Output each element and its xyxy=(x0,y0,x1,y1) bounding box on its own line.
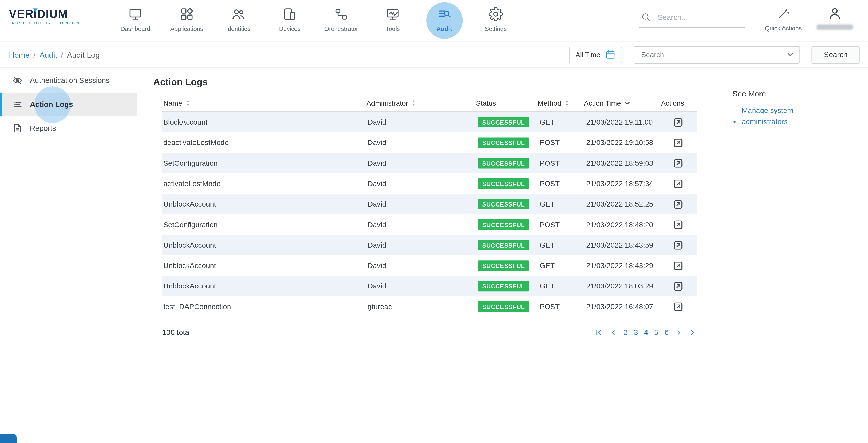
global-search xyxy=(639,12,745,28)
cell-actions xyxy=(663,239,698,251)
search-button[interactable]: Search xyxy=(812,46,860,64)
search-filter-dropdown[interactable]: Search xyxy=(634,46,800,64)
quick-actions-button[interactable]: Quick Actions xyxy=(760,0,807,32)
view-details-button[interactable] xyxy=(672,137,684,149)
user-profile-button[interactable] xyxy=(813,0,857,30)
first-page-button[interactable] xyxy=(595,328,603,337)
cell-action-time: 21/03/2022 18:03:29 xyxy=(585,282,663,290)
status-badge: SUCCESSFUL xyxy=(478,260,529,271)
view-details-button[interactable] xyxy=(672,178,684,190)
column-header-action-time[interactable]: Action Time xyxy=(583,99,660,107)
status-badge: SUCCESSFUL xyxy=(478,301,529,312)
cell-administrator: David xyxy=(367,261,476,270)
page-link-4-current[interactable]: 4 xyxy=(644,328,648,337)
pagination: 2 3 4 5 6 xyxy=(595,328,698,337)
screen: VERIDIUM TRUSTED DIGITAL IDENTITY Dashbo… xyxy=(0,0,868,443)
nav-item-devices[interactable]: Devices xyxy=(264,0,315,41)
search-input[interactable] xyxy=(656,12,734,22)
time-range-button[interactable]: All Time xyxy=(569,46,622,63)
cell-status: SUCCESSFUL xyxy=(476,240,538,250)
breadcrumb-separator: / xyxy=(61,50,63,59)
column-header-administrator[interactable]: Administrator xyxy=(365,99,475,107)
nav-item-orchestrator[interactable]: Orchestrator xyxy=(315,0,367,41)
cell-method: POST xyxy=(538,159,585,167)
cell-method: POST xyxy=(538,302,585,311)
nav-label: Identities xyxy=(226,26,250,32)
cell-action-time: 21/03/2022 16:48:07 xyxy=(585,302,663,311)
chat-widget[interactable] xyxy=(0,434,17,443)
nav-item-applications[interactable]: Applications xyxy=(161,0,213,41)
see-more-list: Manage system administrators xyxy=(733,105,863,127)
view-details-button[interactable] xyxy=(672,239,684,251)
status-badge: SUCCESSFUL xyxy=(478,240,529,250)
table-row: SetConfiguration David SUCCESSFUL POST 2… xyxy=(162,214,698,235)
cell-status: SUCCESSFUL xyxy=(476,178,538,189)
cell-action-time: 21/03/2022 18:57:34 xyxy=(585,179,663,188)
cell-status: SUCCESSFUL xyxy=(476,137,538,148)
nav-item-tools[interactable]: Tools xyxy=(367,0,418,41)
cell-name: testLDAPConnection xyxy=(162,302,367,311)
nav-item-identities[interactable]: Identities xyxy=(213,0,264,41)
gear-icon xyxy=(488,7,503,22)
cell-actions xyxy=(663,198,698,210)
prev-page-button[interactable] xyxy=(609,328,617,337)
view-details-button[interactable] xyxy=(672,218,684,231)
nav-label: Dashboard xyxy=(120,26,150,32)
cell-actions xyxy=(663,218,698,231)
column-header-method[interactable]: Method xyxy=(536,99,583,107)
breadcrumb-home[interactable]: Home xyxy=(9,50,29,59)
cell-method: GET xyxy=(538,200,585,208)
cell-actions xyxy=(663,137,698,149)
sidebar-item-action-logs[interactable]: Action Logs xyxy=(0,92,137,116)
main-panel: Action Logs Name Administrator Status xyxy=(137,68,716,443)
sort-icon xyxy=(411,100,416,107)
status-badge: SUCCESSFUL xyxy=(478,281,529,291)
logo-flag-icon xyxy=(33,8,38,12)
page-link-5[interactable]: 5 xyxy=(654,328,658,337)
view-details-button[interactable] xyxy=(672,198,684,210)
cell-method: POST xyxy=(538,220,585,229)
view-details-button[interactable] xyxy=(672,116,684,128)
cell-action-time: 21/03/2022 18:59:03 xyxy=(585,159,663,167)
status-badge: SUCCESSFUL xyxy=(478,137,529,148)
cell-name: UnblockAccount xyxy=(162,241,367,249)
table-footer: 100 total 2 3 4 5 6 xyxy=(162,328,698,337)
view-details-button[interactable] xyxy=(672,260,684,272)
cell-name: activateLostMode xyxy=(162,179,367,188)
veridium-logo[interactable]: VERIDIUM TRUSTED DIGITAL IDENTITY xyxy=(9,8,93,41)
chevron-down-icon xyxy=(787,53,794,57)
view-details-button[interactable] xyxy=(672,280,684,292)
breadcrumb: Home / Audit / Audit Log xyxy=(9,50,100,59)
page-link-2[interactable]: 2 xyxy=(624,328,628,337)
sidebar-item-reports[interactable]: Reports xyxy=(0,116,137,140)
top-bar-right: Quick Actions xyxy=(639,0,868,41)
cell-method: GET xyxy=(538,118,585,126)
status-badge: SUCCESSFUL xyxy=(478,199,529,209)
view-details-button[interactable] xyxy=(672,157,684,169)
total-count: 100 total xyxy=(162,328,191,337)
page-link-3[interactable]: 3 xyxy=(634,328,638,337)
page-link-6[interactable]: 6 xyxy=(664,328,669,337)
breadcrumb-audit[interactable]: Audit xyxy=(39,50,57,59)
next-page-button[interactable] xyxy=(675,328,683,337)
nav-label: Settings xyxy=(485,26,506,32)
manage-system-administrators-link[interactable]: Manage system administrators xyxy=(742,105,800,127)
user-name-redacted xyxy=(816,24,853,30)
view-details-button[interactable] xyxy=(672,301,684,313)
table-body: BlockAccount David SUCCESSFUL GET 21/03/… xyxy=(162,112,698,317)
last-page-button[interactable] xyxy=(689,328,698,337)
sidebar-item-authentication-sessions[interactable]: Authentication Sessions xyxy=(0,69,137,92)
table-row: UnblockAccount David SUCCESSFUL GET 21/0… xyxy=(162,255,698,276)
status-badge: SUCCESSFUL xyxy=(478,219,529,230)
cell-administrator: David xyxy=(367,220,476,229)
nav-item-settings[interactable]: Settings xyxy=(470,0,521,41)
column-header-name[interactable]: Name xyxy=(162,99,365,107)
page-title: Action Logs xyxy=(153,77,716,88)
see-more-panel: See More Manage system administrators xyxy=(716,68,868,443)
status-badge: SUCCESSFUL xyxy=(478,158,529,169)
column-label: Administrator xyxy=(366,99,408,107)
calendar-icon xyxy=(605,49,616,60)
nav-item-audit[interactable]: Audit xyxy=(418,0,470,41)
nav-item-dashboard[interactable]: Dashboard xyxy=(110,0,161,41)
table-row: BlockAccount David SUCCESSFUL GET 21/03/… xyxy=(162,112,698,132)
